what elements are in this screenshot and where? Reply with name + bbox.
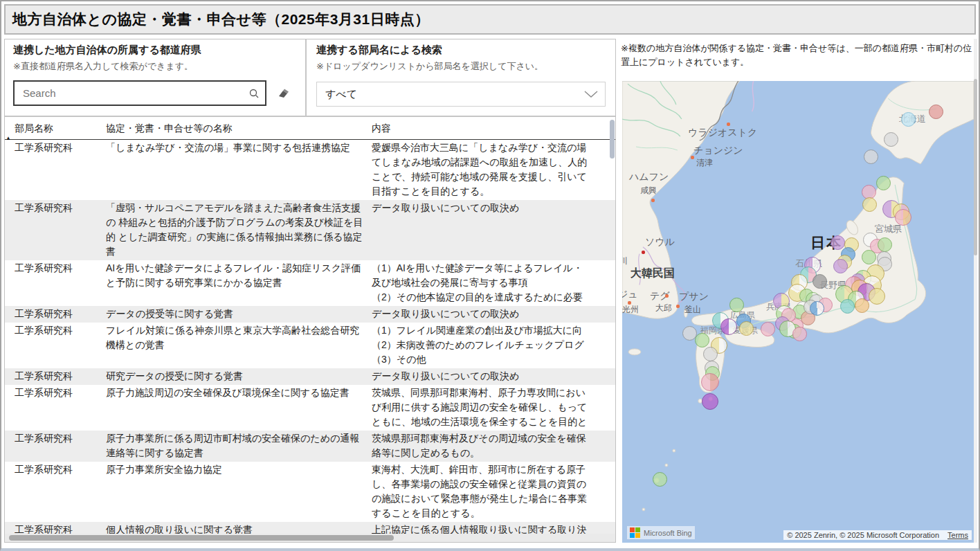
cell-content: 東海村、大洗町、鉾田市、那珂市に所在する原子 し、各事業場の施設の安全確保と従業…	[372, 462, 615, 522]
column-header-dept[interactable]: 部局名称 ▲	[5, 123, 106, 135]
map-marker[interactable]	[695, 333, 709, 347]
cell-content: 茨城県、同県那珂郡東海村、原子力専攻間におい び利用に供する施設周辺の安全を確保…	[372, 385, 615, 431]
bing-logo: Microsoft Bing	[627, 526, 695, 539]
column-header-content[interactable]: 内容	[372, 123, 615, 135]
map-panel: ※複数の地方自治体が関係する協定・覚書・申合せ等は、一部の都道府県・市町村の位置…	[619, 39, 977, 543]
table-row[interactable]: 工学系研究科フレイル対策に係る神奈川県と東京大学高齢社会総合研究機構との覚書（1…	[5, 323, 615, 368]
prefecture-filter-header: 連携した地方自治体の所属する都道府県	[13, 44, 297, 57]
microsoft-logo-icon	[630, 527, 640, 538]
cell-content: 上記協定に係る個人情報取り扱いに関する取り決	[372, 522, 615, 534]
map-marker[interactable]	[729, 298, 744, 312]
cell-dept: 工学系研究科	[5, 323, 106, 368]
table-row[interactable]: 工学系研究科研究データの授受に関する覚書データ取り扱いについての取決め	[5, 368, 615, 385]
map-attribution: © 2025 Zenrin, © 2025 Microsoft Corporat…	[783, 530, 972, 540]
cell-content: 愛媛県今治市大三島に「しまなみ学び・交流の場 てしまなみ地域の諸課題への取組を加…	[372, 140, 615, 200]
map-marker[interactable]	[862, 197, 877, 212]
cell-content: （1）AIを用いた健診データ等によるフレイル・ 及び地域社会の発展に寄与する事項…	[372, 260, 615, 306]
cell-name: データの授受等に関する覚書	[106, 306, 372, 323]
map-marker[interactable]	[833, 259, 848, 273]
report-page: 地方自治体との協定・覚書・申合せ等（2025年3月31日時点） 連携した地方自治…	[0, 0, 980, 551]
map-marker[interactable]	[739, 321, 754, 336]
cell-content: データ取り扱いについての取決め	[372, 368, 615, 385]
map-marker[interactable]	[862, 250, 876, 264]
cell-dept: 工学系研究科	[5, 431, 106, 462]
cell-name: 研究データの授受に関する覚書	[106, 368, 372, 385]
map-marker[interactable]	[702, 393, 718, 410]
map-marker[interactable]	[813, 274, 827, 289]
page-scrollbar-thumb[interactable]	[974, 79, 977, 255]
department-filter-note: ※ドロップダウンリストから部局名を選択して下さい。	[316, 60, 606, 73]
cell-dept: 工学系研究科	[5, 462, 106, 522]
cell-content: データ取り扱いについての取決め	[372, 200, 615, 260]
cell-name: フレイル対策に係る神奈川県と東京大学高齢社会総合研究機構との覚書	[106, 323, 372, 368]
map-marker[interactable]	[720, 318, 737, 335]
search-icon[interactable]	[248, 88, 260, 99]
map-marker[interactable]	[831, 235, 845, 250]
city-dot-icon	[651, 199, 655, 202]
map-marker[interactable]	[884, 132, 898, 147]
map-note: ※複数の地方自治体が関係する協定・覚書・申合せ等は、一部の都道府県・市町村の位置…	[619, 39, 977, 69]
cell-dept: 工学系研究科	[5, 200, 106, 260]
map-marker[interactable]	[840, 299, 855, 314]
cell-content: （1）フレイル関連産業の創出及び市場拡大に向 （2）未病改善のためのフレイルチェ…	[372, 323, 615, 368]
department-filter-header: 連携する部局名による検索	[316, 44, 606, 57]
map-marker[interactable]	[703, 347, 718, 361]
agreements-table: 部局名称 ▲ 協定・覚書・申合せ等の名称 内容 工学系研究科「しまなみ学び・交流…	[5, 118, 615, 542]
map-marker[interactable]	[761, 322, 775, 336]
cell-dept: 工学系研究科	[5, 260, 106, 306]
city-dot-icon	[628, 301, 631, 305]
map-marker[interactable]	[810, 301, 824, 316]
column-header-name[interactable]: 協定・覚書・申合せ等の名称	[106, 123, 372, 135]
map-marker[interactable]	[895, 209, 911, 226]
page-title: 地方自治体との協定・覚書・申合せ等（2025年3月31日時点）	[12, 10, 430, 29]
horizontal-scrollbar-thumb[interactable]	[9, 535, 394, 541]
map-marker[interactable]	[792, 327, 807, 341]
cell-dept: 工学系研究科	[5, 140, 106, 200]
table-row[interactable]: 工学系研究科原子力事業所安全協力協定東海村、大洗町、鉾田市、那珂市に所在する原子…	[5, 462, 615, 522]
table-row[interactable]: 工学系研究科データの授受等に関する覚書データ取り扱いについての取決め	[5, 306, 615, 323]
eraser-clear-icon[interactable]	[277, 88, 290, 99]
search-input[interactable]	[21, 87, 248, 100]
city-dot-icon	[691, 156, 694, 159]
terms-link[interactable]: Terms	[947, 531, 968, 539]
table-row[interactable]: 工学系研究科「虚弱・サルコペニアモデルを踏まえた高齢者食生活支援の 枠組みと包括…	[5, 200, 615, 260]
chevron-down-icon	[584, 91, 598, 98]
table-row[interactable]: 工学系研究科原子力施設周辺の安全確保及び環境保全に関する協定書茨城県、同県那珂郡…	[5, 385, 615, 431]
bing-map[interactable]: ウラジオストクチョンジン清津ハムフン咸興ソウル川大韓民国ジュテグ大邱プサン釜山光…	[622, 81, 974, 543]
cell-name: 原子力施設周辺の安全確保及び環境保全に関する協定書	[106, 385, 372, 431]
cell-dept: 工学系研究科	[5, 522, 106, 534]
table-row[interactable]: 工学系研究科「しまなみ学び・交流の場」事業に関する包括連携協定愛媛県今治市大三島…	[5, 140, 615, 200]
prefecture-search-box[interactable]	[13, 80, 266, 106]
cell-name: 個人情報の取り扱いに関する覚書	[106, 522, 372, 534]
map-marker[interactable]	[864, 150, 878, 164]
filter-row: 連携した地方自治体の所属する都道府県 ※直接都道府県名入力して検索ができます。	[5, 39, 615, 117]
city-dot-icon	[642, 251, 645, 254]
map-marker[interactable]	[653, 472, 667, 487]
cell-name: 原子力事業所に係る周辺市町村域の安全確保のための通報連絡等に関する協定書	[106, 431, 372, 462]
table-body: 工学系研究科「しまなみ学び・交流の場」事業に関する包括連携協定愛媛県今治市大三島…	[5, 140, 615, 534]
table-row[interactable]: 工学系研究科原子力事業所に係る周辺市町村域の安全確保のための通報連絡等に関する協…	[5, 431, 615, 462]
table-horizontal-scrollbar	[5, 534, 615, 542]
left-section: 連携した地方自治体の所属する都道府県 ※直接都道府県名入力して検索ができます。	[4, 39, 616, 543]
copyright-text: © 2025 Zenrin, © 2025 Microsoft Corporat…	[787, 531, 939, 539]
table-vertical-scrollbar[interactable]	[610, 120, 615, 159]
map-marker[interactable]	[876, 176, 891, 190]
title-bar: 地方自治体との協定・覚書・申合せ等（2025年3月31日時点）	[4, 4, 976, 35]
city-dot-icon	[665, 294, 669, 298]
cell-dept: 工学系研究科	[5, 306, 106, 323]
map-marker[interactable]	[901, 112, 916, 127]
cell-name: 原子力事業所安全協力協定	[106, 462, 372, 522]
department-dropdown[interactable]: すべて	[316, 82, 606, 107]
cell-name: AIを用いた健診データによるフレイル・認知症リスク評価と予防に関する研究事業にか…	[106, 260, 372, 306]
city-dot-icon	[676, 305, 680, 308]
city-dot-icon	[727, 123, 730, 126]
map-marker[interactable]	[869, 288, 885, 305]
prefecture-filter-panel: 連携した地方自治体の所属する都道府県 ※直接都道府県名入力して検索ができます。	[5, 39, 307, 116]
map-marker[interactable]	[701, 373, 719, 391]
map-marker[interactable]	[929, 105, 943, 119]
table-row[interactable]: 工学系研究科個人情報の取り扱いに関する覚書上記協定に係る個人情報取り扱いに関する…	[5, 522, 615, 534]
page-scrollbar	[974, 39, 977, 543]
map-marker[interactable]	[855, 298, 869, 313]
map-marker[interactable]	[878, 237, 892, 252]
table-row[interactable]: 工学系研究科AIを用いた健診データによるフレイル・認知症リスク評価と予防に関する…	[5, 260, 615, 306]
